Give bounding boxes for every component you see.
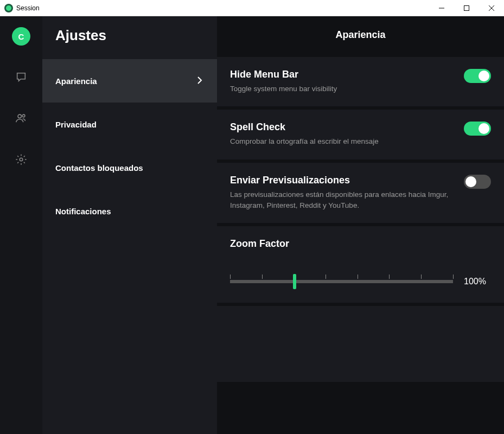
setting-text: Hide Menu BarToggle system menu bar visi…: [230, 69, 464, 94]
avatar-letter: C: [18, 32, 24, 41]
setting-desc: Las previsualizaciones están disponibles…: [230, 189, 453, 212]
setting-spell-check: Spell CheckComprobar la ortografía al es…: [217, 110, 504, 159]
slider-handle[interactable]: [293, 274, 296, 289]
minimize-icon: [439, 5, 444, 11]
setting-text: Enviar PrevisualizacionesLas previsualiz…: [230, 175, 464, 212]
contacts-button[interactable]: [11, 108, 31, 128]
zoom-slider[interactable]: [230, 280, 453, 283]
nav-item-notifications[interactable]: Notificaciones: [42, 189, 217, 233]
zoom-factor-title: Zoom Factor: [230, 238, 491, 250]
toggle-knob: [479, 123, 489, 134]
app-body: C Ajustes AparienciaPrivacidadContactos: [0, 16, 504, 434]
avatar[interactable]: C: [12, 27, 30, 46]
settings-button[interactable]: [11, 150, 31, 169]
close-icon: [489, 5, 494, 11]
svg-point-5: [22, 114, 25, 117]
toggle-spell-check[interactable]: [464, 122, 491, 136]
settings-title: Ajustes: [42, 16, 217, 59]
nav-item-privacy[interactable]: Privacidad: [42, 103, 217, 146]
titlebar-left: Session: [4, 4, 40, 12]
svg-rect-1: [464, 5, 469, 10]
zoom-row: 100%: [230, 277, 491, 286]
zoom-factor-block: Zoom Factor 100%: [217, 226, 504, 303]
minimize-button[interactable]: [429, 0, 454, 16]
window-titlebar: Session: [0, 0, 504, 16]
people-icon: [15, 112, 27, 124]
slider-tick: [262, 275, 263, 279]
nav-item-label: Privacidad: [55, 120, 97, 129]
main-header: Apariencia: [217, 16, 504, 57]
slider-track: [230, 280, 453, 283]
footer-block: [217, 306, 504, 382]
setting-send-previews: Enviar PrevisualizacionesLas previsualiz…: [217, 163, 504, 224]
slider-tick: [326, 275, 326, 279]
slider-tick: [421, 275, 422, 279]
zoom-value: 100%: [464, 277, 491, 286]
icon-sidebar: C: [0, 16, 42, 434]
maximize-icon: [464, 5, 469, 11]
setting-desc: Toggle system menu bar visibility: [230, 84, 453, 94]
setting-text: Spell CheckComprobar la ortografía al es…: [230, 122, 464, 147]
setting-title: Spell Check: [230, 122, 453, 133]
app-icon: [4, 4, 13, 12]
settings-nav: Ajustes AparienciaPrivacidadContactos bl…: [42, 16, 217, 434]
toggle-knob: [479, 71, 489, 81]
slider-tick: [230, 275, 231, 279]
close-button[interactable]: [479, 0, 504, 16]
maximize-button[interactable]: [454, 0, 479, 16]
toggle-knob: [465, 176, 476, 187]
nav-list: AparienciaPrivacidadContactos bloqueados…: [42, 59, 217, 233]
main-content: Apariencia Hide Menu BarToggle system me…: [217, 16, 504, 434]
nav-item-label: Notificaciones: [55, 207, 111, 216]
setting-title: Hide Menu Bar: [230, 69, 453, 80]
toggle-hide-menu-bar[interactable]: [464, 69, 491, 83]
nav-item-label: Apariencia: [55, 76, 97, 86]
nav-item-appearance[interactable]: Apariencia: [42, 59, 217, 103]
slider-tick: [389, 275, 390, 279]
window-title: Session: [16, 4, 40, 12]
svg-point-6: [20, 158, 23, 161]
messages-button[interactable]: [11, 67, 31, 87]
setting-hide-menu-bar: Hide Menu BarToggle system menu bar visi…: [217, 57, 504, 106]
setting-title: Enviar Previsualizaciones: [230, 175, 453, 186]
nav-item-label: Contactos bloqueados: [55, 163, 143, 173]
gear-icon: [15, 154, 27, 165]
nav-item-blocked[interactable]: Contactos bloqueados: [42, 146, 217, 189]
window-controls: [429, 0, 504, 16]
setting-desc: Comprobar la ortografía al escribir el m…: [230, 136, 453, 147]
slider-tick: [358, 275, 358, 279]
message-icon: [15, 71, 27, 83]
toggle-send-previews[interactable]: [464, 175, 491, 189]
svg-point-4: [18, 114, 21, 118]
chevron-right-icon: [195, 76, 204, 86]
slider-tick: [453, 275, 454, 279]
